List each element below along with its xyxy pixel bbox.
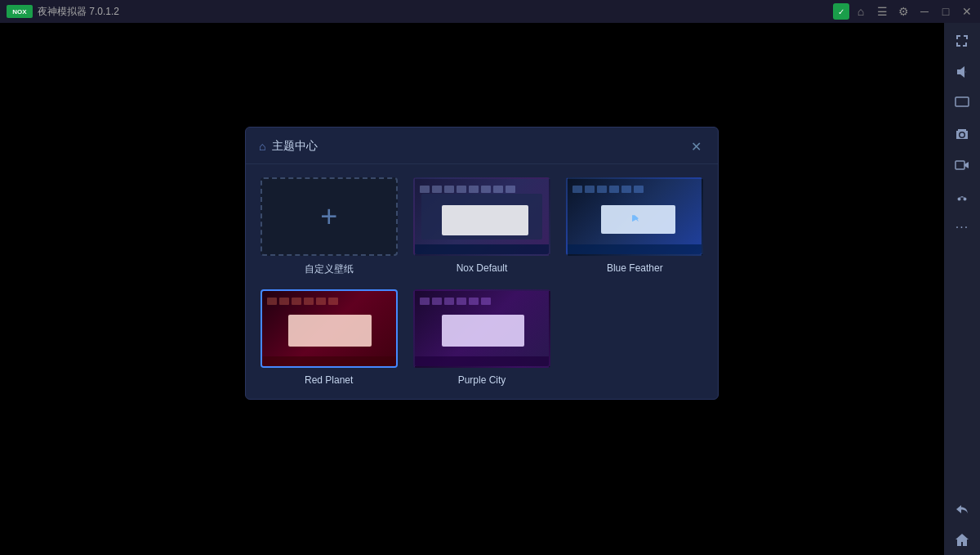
theme-item-red-planet[interactable]: Red Planet	[259, 289, 399, 386]
purple-window-thumb	[442, 315, 525, 347]
red-taskbar-thumb	[262, 356, 396, 366]
screenshot-button[interactable]	[947, 119, 977, 149]
record-button[interactable]	[947, 150, 977, 180]
plus-icon: +	[320, 199, 337, 234]
right-sidebar: ···	[944, 23, 980, 555]
purple-icon-5	[469, 298, 479, 305]
purple-icon-6	[481, 298, 491, 305]
purple-icon-3	[444, 298, 454, 305]
red-icon-3	[292, 298, 301, 305]
theme-name-red-planet: Red Planet	[305, 374, 353, 386]
red-icon-5	[316, 298, 326, 305]
dialog-title-wrap: ⌂ 主题中心	[259, 139, 318, 154]
theme-thumbnail-purple-city	[413, 289, 550, 368]
blue-icon-2	[585, 186, 595, 193]
blue-icon-6	[634, 186, 644, 193]
purple-icons-row	[420, 298, 544, 305]
theme-item-blue-feather[interactable]: Blue Feather	[565, 177, 705, 276]
thumb-icon-4	[457, 186, 466, 193]
red-icon-1	[267, 298, 277, 305]
svg-rect-0	[956, 97, 969, 106]
nox-icons-row	[420, 186, 544, 193]
blue-icon-1	[572, 186, 582, 193]
theme-thumbnail-nox-default	[413, 177, 550, 256]
volume-button[interactable]	[947, 57, 977, 87]
app-title: 夜神模拟器 7.0.1.2	[38, 5, 119, 19]
svg-rect-1	[956, 161, 964, 169]
home-titlebar-icon[interactable]: ⌂	[851, 2, 871, 21]
purple-icon-4	[457, 298, 466, 305]
minimize-button[interactable]: ─	[915, 2, 934, 21]
red-icons-row	[267, 298, 391, 305]
settings-icon[interactable]: ⚙	[893, 2, 913, 21]
display-button[interactable]	[947, 88, 977, 118]
expand-sidebar-button[interactable]	[947, 26, 977, 56]
thumb-icon-2	[432, 186, 442, 193]
theme-name-nox-default: Nox Default	[457, 262, 508, 274]
nox-window-thumb	[442, 205, 529, 235]
more-button[interactable]: ···	[947, 213, 977, 242]
theme-name-blue-feather: Blue Feather	[607, 262, 663, 274]
theme-item-custom[interactable]: + 自定义壁纸	[259, 177, 399, 276]
blue-icon-4	[609, 186, 619, 193]
blue-icon-5	[621, 186, 631, 193]
maximize-button[interactable]: □	[936, 2, 956, 21]
purple-icon-1	[420, 298, 430, 305]
title-bar: NOX 夜神模拟器 7.0.1.2 ✓ ⌂ ☰ ⚙ ─ □ ✕	[0, 0, 980, 23]
dialog-close-button[interactable]: ✕	[687, 137, 705, 155]
purple-taskbar-thumb	[415, 356, 549, 366]
thumb-icon-8	[506, 186, 515, 193]
purple-icon-2	[432, 298, 442, 305]
home-sidebar-button[interactable]	[947, 526, 977, 555]
themes-grid: + 自定义壁纸	[259, 177, 705, 386]
red-window-thumb	[288, 315, 372, 347]
theme-thumbnail-custom: +	[261, 177, 398, 256]
thumb-icon-7	[493, 186, 503, 193]
theme-name-custom: 自定义壁纸	[305, 262, 354, 276]
cut-button[interactable]	[947, 181, 977, 211]
theme-thumbnail-blue-feather	[566, 177, 703, 256]
red-icon-6	[328, 298, 338, 305]
dialog-header: ⌂ 主题中心 ✕	[246, 128, 718, 164]
thumb-icon-6	[481, 186, 491, 193]
dialog-title: 主题中心	[272, 139, 318, 154]
thumb-icon-1	[420, 186, 430, 193]
theme-name-purple-city: Purple City	[458, 374, 506, 386]
blue-window-thumb	[601, 205, 675, 234]
dialog-content: + 自定义壁纸	[246, 164, 718, 399]
theme-item-nox-default[interactable]: Nox Default	[412, 177, 551, 276]
theme-thumbnail-red-planet	[261, 289, 398, 368]
red-icon-4	[304, 298, 314, 305]
nox-logo: NOX	[7, 5, 33, 18]
theme-item-purple-city[interactable]: Purple City	[412, 289, 551, 386]
theme-dialog: ⌂ 主题中心 ✕ + 自定义壁纸	[245, 127, 719, 400]
thumb-icon-3	[444, 186, 454, 193]
title-bar-left: NOX 夜神模拟器 7.0.1.2	[0, 5, 119, 19]
nox-taskbar-thumb	[415, 244, 549, 254]
red-icon-2	[279, 298, 289, 305]
blue-icon-3	[597, 186, 607, 193]
tray-icon[interactable]: ✓	[833, 3, 849, 20]
title-bar-controls: ✓ ⌂ ☰ ⚙ ─ □ ✕	[833, 2, 980, 21]
blue-taskbar-thumb	[568, 244, 702, 254]
blue-icons-row	[572, 186, 697, 193]
close-button[interactable]: ✕	[957, 2, 977, 21]
thumb-icon-5	[469, 186, 479, 193]
menu-icon[interactable]: ☰	[872, 2, 892, 21]
theme-center-icon: ⌂	[259, 140, 265, 153]
back-button[interactable]	[947, 495, 977, 524]
